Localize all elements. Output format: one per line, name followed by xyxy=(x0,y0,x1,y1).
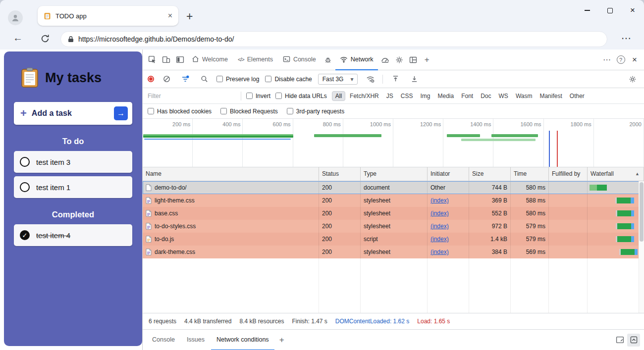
stylesheet-icon xyxy=(146,197,152,204)
tab-network[interactable]: Network xyxy=(335,50,378,70)
third-party-requests-checkbox[interactable]: 3rd-party requests xyxy=(287,108,344,115)
tab-welcome[interactable]: Welcome xyxy=(187,50,232,70)
initiator-link[interactable]: (index) xyxy=(430,249,449,255)
devtools-tab-bar: Welcome </> Elements Console Network xyxy=(143,50,644,70)
network-settings-icon[interactable] xyxy=(626,73,639,86)
request-status: 200 xyxy=(319,207,361,220)
request-row[interactable]: light-theme.css 200 stylesheet (index) 3… xyxy=(143,194,644,207)
initiator-link[interactable]: (index) xyxy=(430,197,449,204)
initiator-link[interactable]: (index) xyxy=(430,236,449,243)
todo-app-panel: My tasks + Add a task → To do test item … xyxy=(4,51,142,346)
address-bar[interactable]: https://microsoftedge.github.io/Demos/de… xyxy=(60,31,607,47)
tab-elements[interactable]: </> Elements xyxy=(233,50,277,70)
request-row[interactable]: to-do.js 200 script (index) 1.4 kB 579 m… xyxy=(143,233,644,246)
request-row[interactable]: base.css 200 stylesheet (index) 552 B 58… xyxy=(143,207,644,220)
column-header-waterfall[interactable]: Waterfall ▲ xyxy=(588,167,644,181)
throttling-select[interactable]: Fast 3G ▾ xyxy=(318,74,358,85)
column-header-fulfilled-by[interactable]: Fulfilled by xyxy=(549,167,588,181)
task-label: test item 3 xyxy=(36,158,70,166)
help-button[interactable]: ? xyxy=(614,53,627,66)
filter-pill-wasm[interactable]: Wasm xyxy=(513,91,536,101)
initiator-link[interactable]: (index) xyxy=(430,210,449,217)
filter-pill-manifest[interactable]: Manifest xyxy=(537,91,565,101)
tab-console[interactable]: Console xyxy=(278,50,321,70)
devtools-menu-button[interactable]: ⋯ xyxy=(600,53,613,66)
minimize-button[interactable] xyxy=(576,0,598,21)
initiator-link[interactable]: (index) xyxy=(430,223,449,230)
back-button[interactable]: ← xyxy=(13,32,23,44)
column-header-initiator[interactable]: Initiator xyxy=(428,167,469,181)
preserve-log-checkbox[interactable]: Preserve log xyxy=(216,76,259,83)
blocked-requests-checkbox[interactable]: Blocked Requests xyxy=(220,108,278,115)
application-icon[interactable] xyxy=(393,53,406,66)
refresh-button[interactable] xyxy=(41,34,50,43)
task-checkbox-checked[interactable]: ✓ xyxy=(20,230,30,240)
network-conditions-icon[interactable] xyxy=(364,73,376,86)
performance-icon[interactable] xyxy=(379,53,392,66)
has-blocked-cookies-checkbox[interactable]: Has blocked cookies xyxy=(148,108,212,115)
filter-pill-img[interactable]: Img xyxy=(417,91,433,101)
dock-drawer-icon[interactable] xyxy=(613,334,626,347)
filter-toggle-button[interactable] xyxy=(179,73,192,86)
expand-drawer-icon[interactable] xyxy=(627,334,640,347)
filter-pill-all[interactable]: All xyxy=(332,91,345,101)
drawer-tab-issues[interactable]: Issues xyxy=(181,330,210,350)
scrollbar-thumb[interactable] xyxy=(640,182,644,242)
filter-input[interactable] xyxy=(148,93,236,100)
window-close-button[interactable]: × xyxy=(621,0,644,21)
refresh-icon xyxy=(41,34,50,43)
filter-pill-js[interactable]: JS xyxy=(383,91,396,101)
export-har-button[interactable] xyxy=(408,73,421,86)
browser-window: TODO app × + × ← https://microsoftedge.g… xyxy=(0,0,644,350)
request-row[interactable]: demo-to-do/ 200 document Other 744 B 580… xyxy=(143,181,644,194)
clear-network-log-button[interactable] xyxy=(160,73,173,86)
checkbox-icon xyxy=(148,108,154,114)
inspect-element-icon[interactable] xyxy=(146,53,159,66)
activity-bar-icon[interactable] xyxy=(173,53,186,66)
profile-avatar[interactable] xyxy=(8,10,23,25)
debugger-bug-icon[interactable] xyxy=(322,53,334,66)
maximize-button[interactable] xyxy=(598,0,621,21)
device-toolbar-icon[interactable] xyxy=(160,53,172,66)
checkbox-icon xyxy=(246,93,253,99)
search-button[interactable] xyxy=(198,73,211,86)
browser-tab[interactable]: TODO app × xyxy=(38,6,178,26)
record-network-log-button[interactable] xyxy=(148,76,154,82)
column-header-type[interactable]: Type xyxy=(361,167,428,181)
tab-close-icon[interactable]: × xyxy=(168,12,172,20)
request-fulfilled-by xyxy=(549,194,588,207)
filter-pill-ws[interactable]: WS xyxy=(496,91,511,101)
filter-pill-fetch-xhr[interactable]: Fetch/XHR xyxy=(347,91,382,101)
devtools-close-button[interactable]: × xyxy=(628,53,641,66)
drawer-tab-network-conditions[interactable]: Network conditions xyxy=(211,330,274,350)
submit-task-button[interactable]: → xyxy=(114,106,128,120)
filter-pill-media[interactable]: Media xyxy=(434,91,457,101)
browser-menu-button[interactable]: ⋯ xyxy=(621,32,631,44)
filter-pill-css[interactable]: CSS xyxy=(398,91,416,101)
drawer-tab-console[interactable]: Console xyxy=(147,330,180,350)
add-panel-button[interactable]: + xyxy=(421,53,433,66)
column-header-name[interactable]: Name xyxy=(143,167,319,181)
table-scrollbar[interactable] xyxy=(639,181,644,313)
column-header-size[interactable]: Size xyxy=(469,167,511,181)
request-name: to-do.js xyxy=(155,233,174,246)
import-har-button[interactable] xyxy=(389,73,402,86)
filter-pill-doc[interactable]: Doc xyxy=(478,91,494,101)
new-tab-button[interactable]: + xyxy=(186,10,193,23)
request-row[interactable]: to-do-styles.css 200 stylesheet (index) … xyxy=(143,220,644,233)
layout-icon[interactable] xyxy=(407,53,420,66)
filter-pill-other[interactable]: Other xyxy=(567,91,588,101)
task-checkbox[interactable] xyxy=(20,157,30,167)
task-checkbox[interactable] xyxy=(20,182,30,192)
column-header-status[interactable]: Status xyxy=(319,167,361,181)
disable-cache-checkbox[interactable]: Disable cache xyxy=(265,76,312,83)
invert-checkbox[interactable]: Invert xyxy=(246,93,270,100)
column-header-time[interactable]: Time xyxy=(511,167,549,181)
add-drawer-tab-button[interactable]: + xyxy=(275,335,288,345)
filter-pill-font[interactable]: Font xyxy=(458,91,476,101)
request-row[interactable]: dark-theme.css 200 stylesheet (index) 38… xyxy=(143,246,644,258)
network-overview-timeline[interactable]: 200 ms 400 ms 600 ms 800 ms 1000 ms 1200… xyxy=(143,119,644,167)
hide-data-urls-checkbox[interactable]: Hide data URLs xyxy=(275,93,327,100)
add-task-button[interactable]: + Add a task → xyxy=(14,102,132,125)
request-time: 588 ms xyxy=(511,194,549,207)
